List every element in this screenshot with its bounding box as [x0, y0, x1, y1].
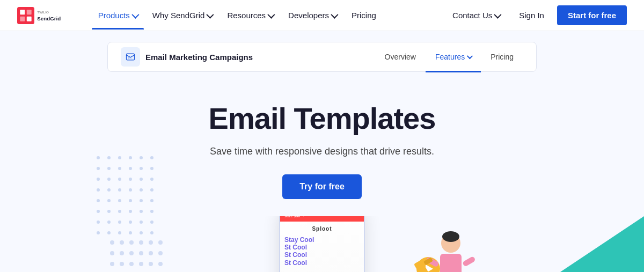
- svg-point-25: [129, 262, 134, 266]
- nav-start-free-button[interactable]: Start for free: [557, 5, 627, 25]
- hero-cta-button[interactable]: Try for free: [282, 174, 362, 199]
- logo-link[interactable]: TWILIO SendGrid: [17, 7, 75, 24]
- nav-why-sendgrid[interactable]: Why SendGrid: [146, 6, 219, 24]
- svg-point-26: [139, 262, 143, 266]
- nav-developers[interactable]: Developers: [282, 6, 343, 24]
- svg-text:TWILIO: TWILIO: [37, 10, 49, 14]
- sub-nav-title: Email Marketing Campaigns: [145, 53, 253, 62]
- chevron-down-icon: [267, 11, 275, 18]
- logo-svg: TWILIO SendGrid: [17, 7, 75, 24]
- svg-point-28: [158, 262, 163, 266]
- svg-point-23: [110, 262, 114, 266]
- phone-headline-3: St Cool: [284, 251, 360, 259]
- svg-rect-73: [462, 256, 476, 267]
- hero-section: // dots will be rendered inline below Em…: [0, 72, 644, 199]
- svg-point-70: [442, 231, 459, 242]
- sub-nav-bar: Email Marketing Campaigns Overview Featu…: [107, 42, 537, 72]
- svg-rect-2: [27, 10, 32, 14]
- main-nav: TWILIO SendGrid Products Why SendGrid Re…: [0, 0, 644, 31]
- svg-point-17: [110, 251, 114, 255]
- sub-nav-brand: Email Marketing Campaigns: [121, 47, 375, 67]
- svg-point-18: [120, 251, 124, 255]
- svg-rect-0: [17, 7, 34, 24]
- svg-point-11: [110, 240, 114, 245]
- svg-point-20: [139, 251, 143, 255]
- phone-screen: Save your trip: shop, lunch, and trip to…: [280, 216, 364, 272]
- chevron-down-icon: [494, 11, 502, 18]
- svg-point-14: [139, 240, 143, 245]
- svg-rect-10: [130, 58, 132, 59]
- phone-header-text: Save your trip: shop, lunch, and trip to…: [284, 216, 360, 218]
- svg-rect-1: [20, 10, 25, 14]
- chevron-down-icon: [331, 11, 338, 18]
- svg-rect-7: [127, 54, 135, 60]
- svg-point-12: [120, 240, 124, 245]
- svg-point-24: [120, 262, 124, 266]
- hero-title: Email Templates: [13, 102, 631, 135]
- svg-point-22: [158, 251, 163, 255]
- dots-left: [107, 238, 166, 272]
- green-triangle-decoration: [483, 216, 644, 272]
- chevron-down-icon: [467, 53, 473, 58]
- svg-point-16: [158, 240, 163, 245]
- hero-subtitle: Save time with responsive designs that d…: [13, 146, 631, 157]
- svg-point-27: [149, 262, 153, 266]
- nav-pricing[interactable]: Pricing: [345, 6, 383, 24]
- phone-headline-2: St Cool: [284, 244, 360, 251]
- sub-nav-overview[interactable]: Overview: [375, 42, 426, 72]
- nav-products[interactable]: Products: [92, 6, 144, 24]
- nav-right: Contact Us Sign In Start for free: [446, 5, 627, 25]
- phone-mockup: Save your trip: shop, lunch, and trip to…: [279, 216, 365, 272]
- svg-point-13: [129, 240, 134, 245]
- phone-headline-4: St Cool: [284, 259, 360, 267]
- phone-headline-1: Stay Cool: [284, 236, 360, 244]
- nav-sign-in[interactable]: Sign In: [510, 6, 553, 24]
- svg-point-15: [149, 240, 153, 245]
- svg-rect-4: [27, 16, 32, 21]
- sub-nav-pricing[interactable]: Pricing: [481, 42, 523, 72]
- phone-content: Stay Cool St Cool St Cool St Cool: [280, 234, 364, 269]
- sub-nav-features[interactable]: Features: [426, 42, 481, 72]
- sub-nav-links: Overview Features Pricing: [375, 42, 523, 72]
- svg-rect-8: [128, 57, 130, 59]
- svg-rect-9: [130, 57, 131, 58]
- nav-links: Products Why SendGrid Resources Develope…: [92, 6, 446, 24]
- svg-point-21: [149, 251, 153, 255]
- svg-rect-71: [440, 254, 462, 272]
- svg-text:SendGrid: SendGrid: [37, 15, 61, 21]
- svg-point-19: [129, 251, 134, 255]
- nav-contact-us[interactable]: Contact Us: [446, 6, 506, 24]
- mockup-area: Save your trip: shop, lunch, and trip to…: [0, 216, 644, 272]
- main-content: Email Marketing Campaigns Overview Featu…: [0, 31, 644, 272]
- email-marketing-icon: [121, 47, 140, 67]
- chevron-down-icon: [207, 11, 214, 18]
- chevron-down-icon: [131, 11, 139, 18]
- phone-header: Save your trip: shop, lunch, and trip to…: [280, 216, 364, 222]
- person-illustration: [413, 227, 478, 272]
- nav-resources[interactable]: Resources: [221, 6, 280, 24]
- svg-rect-3: [20, 16, 25, 21]
- phone-brand: Sploot: [280, 222, 364, 234]
